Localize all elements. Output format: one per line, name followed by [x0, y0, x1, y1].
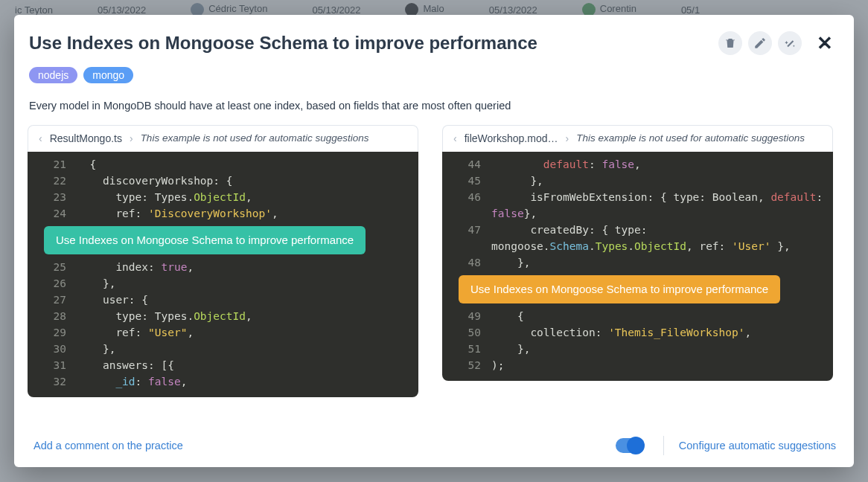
example-filename: fileWorkshop.mod…: [465, 132, 558, 144]
code-block-right: 44 default: false,45 },46 isFromWebExten…: [442, 152, 833, 381]
delete-button[interactable]: [718, 31, 742, 55]
trash-icon: [724, 36, 737, 50]
pencil-icon: [753, 36, 767, 50]
example-pane-right: ‹ fileWorkshop.mod… › This example is no…: [442, 125, 833, 397]
tag-list: nodejs mongo: [29, 67, 833, 83]
auto-suggest-toggle[interactable]: [616, 438, 644, 453]
example-note: This example is not used for automatic s…: [141, 132, 407, 145]
practice-modal: Use Indexes on Mongoose Schema to improv…: [14, 15, 854, 467]
practice-description: Every model in MongoDB should have at le…: [29, 100, 833, 112]
suggestion-banner[interactable]: Use Indexes on Mongoose Schema to improv…: [459, 275, 780, 303]
example-note: This example is not used for automatic s…: [576, 132, 822, 145]
edit-button[interactable]: [748, 31, 772, 55]
example-filename: ResultMongo.ts: [50, 132, 122, 144]
footer-divider: [663, 436, 664, 455]
code-block-left: 21 {22 discoveryWorkshop: {23 type: Type…: [28, 152, 418, 397]
example-pane-left: ‹ ResultMongo.ts › This example is not u…: [28, 125, 418, 397]
add-comment-link[interactable]: Add a comment on the practice: [33, 440, 183, 452]
prev-example-button[interactable]: ‹: [453, 132, 457, 144]
modal-footer: Add a comment on the practice Configure …: [14, 425, 854, 467]
tag-nodejs[interactable]: nodejs: [29, 67, 77, 83]
prev-example-button[interactable]: ‹: [39, 132, 42, 144]
wand-button[interactable]: [778, 31, 802, 55]
wand-icon: [783, 36, 797, 50]
suggestion-banner[interactable]: Use Indexes on Mongoose Schema to improv…: [44, 226, 366, 254]
next-example-button[interactable]: ›: [565, 132, 569, 144]
close-button[interactable]: ✕: [817, 33, 833, 53]
modal-header: Use Indexes on Mongoose Schema to improv…: [28, 31, 833, 55]
examples-scroll[interactable]: ‹ ResultMongo.ts › This example is not u…: [28, 125, 833, 425]
modal-title: Use Indexes on Mongoose Schema to improv…: [28, 33, 712, 54]
configure-suggestions-link[interactable]: Configure automatic suggestions: [679, 440, 836, 452]
next-example-button[interactable]: ›: [130, 132, 133, 144]
tag-mongo[interactable]: mongo: [83, 67, 133, 83]
